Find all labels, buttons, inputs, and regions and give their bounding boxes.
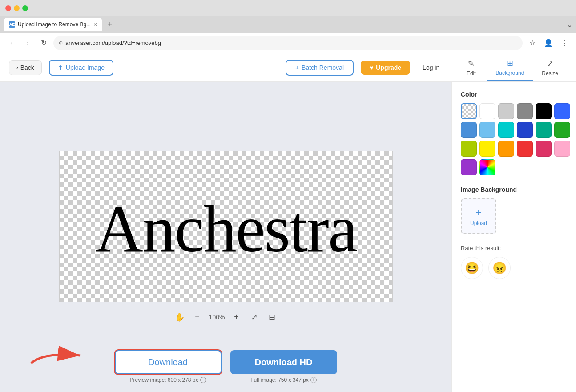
tool-edit-button[interactable]: ✎ Edit xyxy=(455,55,487,81)
image-canvas: Anchestra xyxy=(59,151,393,302)
upgrade-label: Upgrade xyxy=(376,64,401,71)
color-swatch-cyan[interactable] xyxy=(498,122,514,138)
tool-background-label: Background xyxy=(495,70,524,76)
nav-profile-button[interactable]: 👤 xyxy=(542,37,555,49)
color-swatch-navy[interactable] xyxy=(517,122,533,138)
nav-refresh-button[interactable]: ↻ xyxy=(37,37,50,49)
batch-plus-icon: + xyxy=(295,64,299,71)
main-layout: Anchestra ✋ − 100% + ⤢ ⊟ xyxy=(0,82,576,392)
color-label: Color xyxy=(461,91,567,98)
checker-background: Anchestra xyxy=(60,151,392,302)
download-wrapper: Download Preview image: 600 x 278 px i xyxy=(115,350,222,383)
zoom-in-button[interactable]: + xyxy=(230,311,242,323)
browser-titlebar xyxy=(0,0,576,16)
traffic-light-red[interactable] xyxy=(5,5,11,11)
browser-navbar: ‹ › ↻ ⊙ anyeraser.com/upload/?td=removeb… xyxy=(0,33,576,53)
color-grid xyxy=(461,103,567,175)
tool-resize-label: Resize xyxy=(542,70,558,77)
batch-removal-button[interactable]: + Batch Removal xyxy=(286,60,354,76)
emoji-angry-button[interactable]: 😠 xyxy=(488,257,511,279)
tab-title: Upload Image to Remove Bg... xyxy=(18,21,91,28)
color-swatch-pink[interactable] xyxy=(554,141,570,157)
full-info-icon[interactable]: i xyxy=(310,377,317,383)
color-swatch-orange[interactable] xyxy=(498,141,514,157)
tab-favicon: AE xyxy=(9,21,15,28)
tab-bar: AE Upload Image to Remove Bg... × + ⌄ xyxy=(0,16,576,33)
url-text: anyeraser.com/upload/?td=removebg xyxy=(65,40,517,46)
emoji-row: 😆 😠 xyxy=(461,257,567,279)
color-swatch-sky-blue[interactable] xyxy=(479,122,495,138)
color-swatch-gray[interactable] xyxy=(517,103,533,119)
color-swatch-lime[interactable] xyxy=(461,141,477,157)
split-view-button[interactable]: ⊟ xyxy=(266,311,278,323)
color-swatch-green[interactable] xyxy=(554,122,570,138)
nav-forward-button[interactable]: › xyxy=(21,37,34,49)
back-chevron-icon: ‹ xyxy=(16,64,19,71)
tab-new-button[interactable]: + xyxy=(104,19,116,30)
svg-text:Anchestra: Anchestra xyxy=(95,192,357,265)
tool-resize-button[interactable]: ⤢ Resize xyxy=(533,55,567,81)
batch-label: Batch Removal xyxy=(302,64,344,71)
upload-bg-label-text: Upload xyxy=(470,220,487,226)
color-swatch-yellow[interactable] xyxy=(479,141,495,157)
traffic-light-yellow[interactable] xyxy=(14,5,20,11)
upload-image-button[interactable]: ⬆ Upload Image xyxy=(49,60,113,76)
login-button[interactable]: Log in xyxy=(417,61,445,75)
handwriting-image: Anchestra xyxy=(60,151,392,302)
sidebar: Color xyxy=(451,82,576,392)
browser-tab-active[interactable]: AE Upload Image to Remove Bg... × xyxy=(4,18,102,31)
color-swatch-black[interactable] xyxy=(536,103,552,119)
color-swatch-pink-red[interactable] xyxy=(536,141,552,157)
nav-back-button[interactable]: ‹ xyxy=(5,37,18,49)
fullscreen-button[interactable]: ⤢ xyxy=(248,311,260,323)
tab-close-icon[interactable]: × xyxy=(93,21,97,28)
color-swatch-gradient[interactable] xyxy=(479,159,495,175)
browser-chrome: AE Upload Image to Remove Bg... × + ⌄ ‹ … xyxy=(0,0,576,53)
app-header: ‹ Back ⬆ Upload Image + Batch Removal ♥ … xyxy=(0,53,576,82)
preview-info-icon[interactable]: i xyxy=(200,377,206,383)
tool-background-button[interactable]: ⊞ Background xyxy=(487,55,533,81)
color-swatch-red[interactable] xyxy=(517,141,533,157)
color-swatch-teal[interactable] xyxy=(536,122,552,138)
url-bar[interactable]: ⊙ anyeraser.com/upload/?td=removebg xyxy=(53,36,523,50)
download-button[interactable]: Download xyxy=(115,350,222,374)
rate-section: Rate this result: 😆 😠 xyxy=(461,245,567,279)
url-shield-icon: ⊙ xyxy=(59,40,63,46)
bottom-bar: Download Preview image: 600 x 278 px i D… xyxy=(0,341,451,392)
download-hd-button[interactable]: Download HD xyxy=(230,350,337,374)
color-swatch-blue-dark[interactable] xyxy=(554,103,570,119)
pan-tool-icon[interactable]: ✋ xyxy=(173,311,186,323)
traffic-light-green[interactable] xyxy=(22,5,28,11)
back-button[interactable]: ‹ Back xyxy=(9,60,42,75)
upload-icon: ⬆ xyxy=(58,64,63,71)
upgrade-button[interactable]: ♥ Upgrade xyxy=(361,61,410,75)
back-label: Back xyxy=(20,64,34,71)
download-hd-label: Download HD xyxy=(255,357,313,367)
preview-info-text: Preview image: 600 x 278 px xyxy=(129,377,198,383)
canvas-container: Anchestra ✋ − 100% + ⤢ ⊟ xyxy=(59,151,393,323)
image-bg-label: Image Background xyxy=(461,186,567,193)
background-icon: ⊞ xyxy=(507,58,513,68)
upload-label: Upload Image xyxy=(66,64,105,71)
resize-icon: ⤢ xyxy=(547,59,553,69)
upload-background-button[interactable]: + Upload xyxy=(461,198,496,234)
color-swatch-blue[interactable] xyxy=(461,122,477,138)
download-label: Download xyxy=(148,357,188,367)
color-swatch-transparent[interactable] xyxy=(461,103,477,119)
rate-label: Rate this result: xyxy=(461,245,567,251)
color-swatch-lightgray[interactable] xyxy=(498,103,514,119)
full-info: Full image: 750 x 347 px i xyxy=(250,377,317,383)
nav-menu-button[interactable]: ⋮ xyxy=(558,37,571,49)
nav-star-button[interactable]: ☆ xyxy=(526,37,539,49)
upload-bg-plus-icon: + xyxy=(475,206,482,218)
download-hd-wrapper: Download HD Full image: 750 x 347 px i xyxy=(230,350,337,383)
color-swatch-white[interactable] xyxy=(479,103,495,119)
color-swatch-purple[interactable] xyxy=(461,159,477,175)
zoom-out-button[interactable]: − xyxy=(191,311,204,323)
tab-dropdown-icon[interactable]: ⌄ xyxy=(567,20,572,29)
upgrade-heart-icon: ♥ xyxy=(370,64,373,71)
emoji-happy-button[interactable]: 😆 xyxy=(461,257,483,279)
tool-edit-label: Edit xyxy=(467,70,476,77)
edit-icon: ✎ xyxy=(468,59,475,69)
color-section: Color xyxy=(461,91,567,175)
